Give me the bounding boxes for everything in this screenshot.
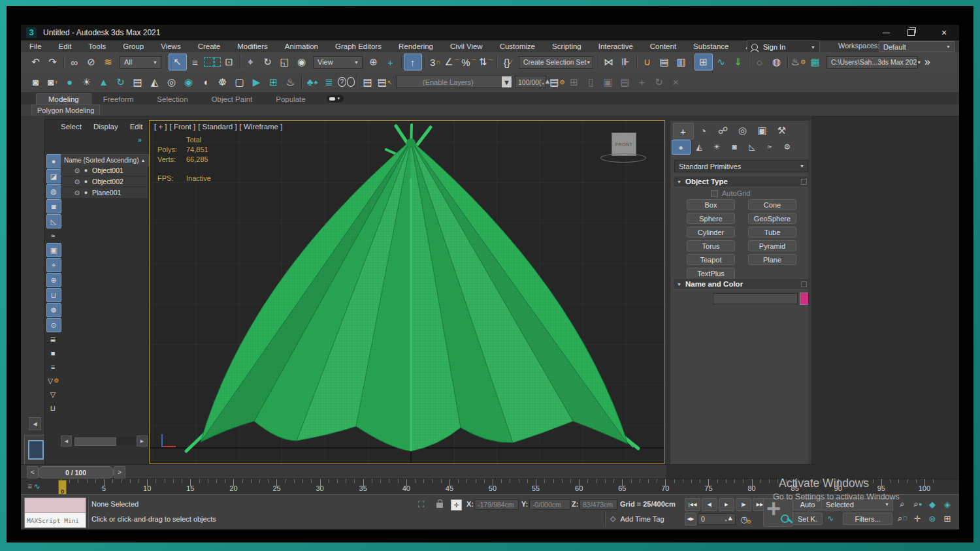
torus-icon[interactable]: ◎ [163, 74, 180, 90]
primitive-button[interactable]: Torus [687, 240, 735, 251]
filter-containers-icon[interactable]: ⊔ [46, 288, 61, 302]
filter-space-warps-icon[interactable]: ≈ [46, 229, 60, 242]
delete-layer-icon[interactable]: ▯ [583, 74, 600, 90]
explorer-overflow-chevron[interactable]: » [138, 136, 142, 144]
space-warps-category[interactable]: ≈ [761, 140, 779, 153]
mirror-icon[interactable]: ⋈ [600, 54, 617, 70]
ribbon-tab[interactable]: Selection [145, 94, 199, 104]
magnet-icon[interactable]: ∪ [639, 54, 656, 70]
primitive-button[interactable]: GeoSphere [748, 213, 796, 224]
keyboard-shortcut-override-icon[interactable]: ↑ [404, 54, 422, 71]
select-and-link-icon[interactable]: ∞ [66, 54, 83, 70]
thumbnail-view-icon[interactable]: ■ [46, 347, 60, 360]
remove-layers-icon[interactable]: × [668, 74, 685, 90]
separator[interactable] [399, 54, 404, 70]
systems-category[interactable]: ⚙ [779, 140, 796, 153]
select-object-icon[interactable]: ↖ [169, 54, 187, 71]
view-cube-ring[interactable] [600, 153, 646, 163]
create-tab[interactable]: + [673, 123, 694, 140]
time-slider[interactable]: 0 / 100 [38, 466, 114, 479]
use-pivot-center-icon[interactable]: ⊕ [365, 54, 382, 70]
list-icon[interactable]: ≣ [321, 74, 338, 90]
close-button[interactable]: × [932, 25, 956, 40]
filter-geometry-icon[interactable]: ● [46, 154, 61, 168]
absolute-mode-toggle[interactable]: ✛ [451, 499, 462, 511]
grid-transfer-icon[interactable]: ⊞ [265, 74, 282, 90]
orbit-button[interactable]: ⊚ [925, 511, 940, 526]
maxscript-macro-field[interactable] [25, 498, 86, 513]
camera-icon[interactable]: ◙ [27, 74, 44, 90]
geometry-category[interactable]: ● [672, 140, 691, 155]
selection-lock-icon[interactable] [436, 503, 443, 508]
refresh-scene-icon[interactable]: ↻ [112, 74, 129, 90]
view-cube[interactable]: FRONT [600, 130, 646, 164]
select-and-rotate-icon[interactable]: ↻ [259, 54, 276, 70]
ribbon-tab[interactable]: Populate [264, 94, 317, 104]
explorer-row[interactable]: ⊙ ● Object001 [61, 165, 148, 176]
viewport-menu-shading[interactable]: [ Standard ] [198, 123, 237, 131]
object-name-field[interactable] [713, 293, 798, 304]
scrollbar-thumb[interactable] [74, 437, 116, 446]
menu-item[interactable]: Customize [491, 40, 544, 52]
rendered-frame-window-icon[interactable]: ▦ [807, 54, 824, 70]
primitive-category-dropdown[interactable]: Standard Primitives ▼ [674, 160, 808, 172]
separator[interactable] [785, 54, 790, 70]
detail-view-icon[interactable]: ≡ [46, 360, 60, 373]
spinner-snap-icon[interactable]: ⇅⌒ [478, 54, 495, 70]
layer-settings-icon[interactable]: ▤⚙ [549, 74, 566, 90]
separator[interactable] [238, 54, 242, 70]
next-key-button[interactable]: > [114, 466, 125, 479]
lamp-icon[interactable]: ● [61, 74, 78, 90]
rollout-pin-icon[interactable] [801, 281, 807, 287]
restore-button[interactable] [898, 25, 923, 40]
merge-layer-icon[interactable]: ▤ [617, 74, 634, 90]
object-name[interactable]: Plane001 [92, 189, 121, 197]
menu-item[interactable]: Group [114, 40, 152, 52]
zoom-extents-all-button[interactable]: ◈ [940, 497, 955, 511]
menu-item[interactable]: Scripting [544, 40, 590, 52]
lights-category[interactable]: ☀ [708, 140, 726, 153]
minimize-button[interactable] [874, 25, 898, 40]
filter-bones-icon[interactable]: ⌖ [46, 258, 61, 272]
maxscript-mini-field[interactable]: MAXScript Mini [25, 513, 86, 527]
utilities-tab[interactable]: ⚒ [772, 123, 792, 138]
toggle-layer-explorer-icon[interactable]: ▥ [673, 54, 690, 70]
curve-editor-icon[interactable]: ∿ [713, 54, 730, 70]
create-selection-set-dropdown[interactable]: Create Selection Set ▼ [519, 56, 593, 69]
autogrid-checkbox[interactable]: AutoGrid [711, 189, 750, 197]
separator[interactable] [495, 54, 499, 70]
select-by-name-icon[interactable]: ≡ [187, 54, 204, 70]
forest-icon[interactable]: ♣♣ [304, 74, 321, 90]
menu-item[interactable]: Edit [50, 40, 80, 52]
menu-item[interactable]: Tools [80, 40, 114, 52]
previous-key-button[interactable]: < [27, 466, 39, 479]
menu-item[interactable]: Graph Editors [327, 40, 390, 52]
zoom-extents-button[interactable]: ◆ [925, 497, 940, 511]
photo-layers-icon[interactable]: ◉ [180, 74, 197, 90]
project-folder-dropdown[interactable]: C:\Users\Sah...3ds Max 202 ▼ [826, 56, 918, 69]
spinner-arrows-icon[interactable]: ▲ ▼ [725, 516, 734, 522]
separator[interactable] [299, 74, 304, 90]
viewport-menu-view[interactable]: [ Front ] [170, 123, 196, 131]
view-cube-front-face[interactable]: FRONT [612, 133, 636, 156]
explorer-menu-item[interactable]: Select [61, 123, 82, 131]
visibility-eye-icon[interactable]: ⊙ [73, 167, 82, 174]
unlink-selection-icon[interactable]: ⊘ [83, 54, 100, 70]
ribbon-tab[interactable]: Object Paint [200, 94, 265, 104]
primitive-button[interactable]: Cylinder [687, 227, 735, 238]
filter-icon[interactable]: ▽ [46, 388, 60, 401]
shapes-category[interactable]: ◭ [691, 140, 708, 153]
selection-filter-dropdown[interactable]: All ▼ [120, 56, 161, 69]
menu-item[interactable]: Create [189, 40, 229, 52]
primitive-button[interactable]: Tube [748, 227, 796, 238]
select-and-scale-icon[interactable]: ◱ [276, 54, 293, 70]
primitive-button[interactable]: TextPlus [687, 268, 735, 279]
explorer-row[interactable]: ⊙ ● Object002 [61, 176, 148, 187]
display-tab[interactable]: ▣ [753, 123, 772, 138]
primitive-button[interactable]: Sphere [687, 213, 735, 224]
material-editor-slate-icon[interactable]: ◍ [768, 54, 785, 70]
viewport-menu-style[interactable]: [ Wireframe ] [240, 123, 283, 131]
video-play-icon[interactable]: ▶ [248, 74, 265, 90]
current-frame-marker[interactable]: 0 [58, 480, 67, 496]
undo-icon[interactable]: ↶ [27, 54, 44, 70]
